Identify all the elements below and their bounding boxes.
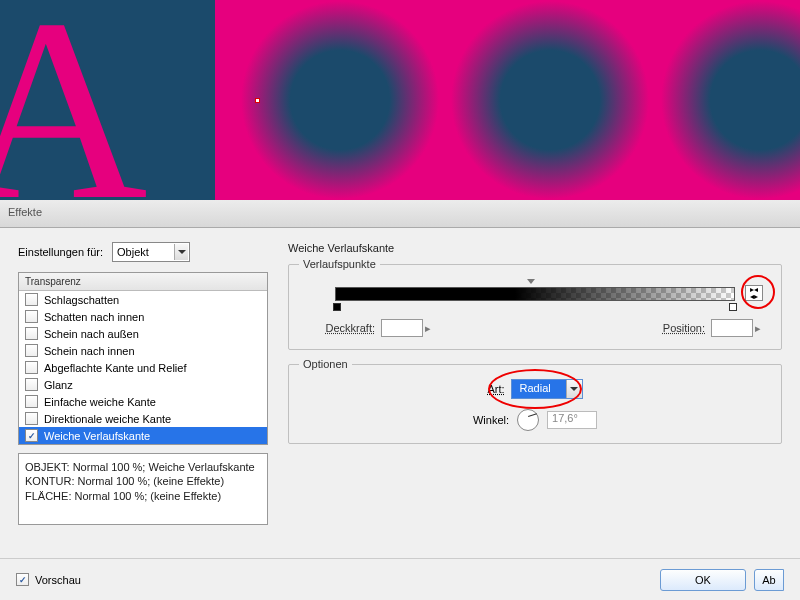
position-label: Position:: [649, 322, 705, 334]
options-legend: Optionen: [299, 358, 352, 370]
gradient-stops-group: Verlaufspunkte ▸◂◂▸ Deckkraft: ▸ Positio…: [288, 264, 782, 350]
stepper-icon[interactable]: ▸: [755, 322, 765, 335]
effect-item-schatten-innen[interactable]: Schatten nach innen: [19, 308, 267, 325]
letter-a-glyph: A: [0, 0, 148, 200]
radial-gradient-circle: [240, 0, 440, 200]
effect-label: Schlagschatten: [44, 294, 119, 306]
summary-line: FLÄCHE: Normal 100 %; (keine Effekte): [25, 489, 261, 503]
checkbox[interactable]: [25, 327, 38, 340]
gradient-midpoint-handle[interactable]: [527, 279, 535, 285]
radial-gradient-circle: [660, 0, 800, 200]
checkbox[interactable]: [25, 361, 38, 374]
opacity-label: Deckkraft:: [305, 322, 375, 334]
blue-background-block: A: [0, 0, 215, 200]
left-column: Einstellungen für: Objekt Transparenz Sc…: [18, 242, 268, 525]
effect-item-direktionale-kante[interactable]: Direktionale weiche Kante: [19, 410, 267, 427]
settings-for-label: Einstellungen für:: [18, 246, 103, 258]
position-input[interactable]: ▸: [711, 319, 765, 337]
settings-for-row: Einstellungen für: Objekt: [18, 242, 268, 262]
summary-line: KONTUR: Normal 100 %; (keine Effekte): [25, 474, 261, 488]
gradient-stop-right[interactable]: [729, 303, 737, 311]
effect-item-einfache-kante[interactable]: Einfache weiche Kante: [19, 393, 267, 410]
chevron-down-icon: [566, 380, 582, 398]
effect-label: Abgeflachte Kante und Relief: [44, 362, 187, 374]
checkbox[interactable]: [25, 429, 38, 442]
effect-item-glanz[interactable]: Glanz: [19, 376, 267, 393]
checkbox[interactable]: [25, 344, 38, 357]
gradient-fields-row: Deckkraft: ▸ Position: ▸: [305, 319, 765, 337]
effect-label: Schein nach innen: [44, 345, 135, 357]
document-canvas: A: [0, 0, 800, 200]
options-group: Optionen Art: Radial Winkel: 17,6°: [288, 364, 782, 444]
effect-summary-box: OBJEKT: Normal 100 %; Weiche Verlaufskan…: [18, 453, 268, 525]
dialog-body: Einstellungen für: Objekt Transparenz Sc…: [0, 228, 800, 539]
position-field[interactable]: [711, 319, 753, 337]
tab-effects[interactable]: Effekte: [8, 206, 42, 218]
panel-title: Weiche Verlaufskante: [288, 242, 782, 254]
selection-handle[interactable]: [255, 98, 260, 103]
effect-item-schlagschatten[interactable]: Schlagschatten: [19, 291, 267, 308]
checkbox[interactable]: [25, 310, 38, 323]
effect-label: Einfache weiche Kante: [44, 396, 156, 408]
checkbox[interactable]: [25, 395, 38, 408]
gradient-legend: Verlaufspunkte: [299, 258, 380, 270]
effects-list-header: Transparenz: [19, 273, 267, 291]
opacity-input[interactable]: ▸: [381, 319, 435, 337]
effect-label: Weiche Verlaufskante: [44, 430, 150, 442]
effect-item-weiche-verlaufskante[interactable]: Weiche Verlaufskante: [19, 427, 267, 444]
angle-row: Winkel: 17,6°: [305, 409, 765, 431]
gradient-track[interactable]: [335, 287, 735, 301]
chevron-down-icon: [174, 244, 188, 260]
dropdown-value: Objekt: [117, 246, 174, 258]
angle-dial[interactable]: [517, 409, 539, 431]
dialog-tab-bar: Effekte: [0, 200, 800, 228]
stepper-icon[interactable]: ▸: [425, 322, 435, 335]
angle-label: Winkel:: [473, 414, 509, 426]
effect-label: Direktionale weiche Kante: [44, 413, 171, 425]
right-column: Weiche Verlaufskante Verlaufspunkte ▸◂◂▸…: [288, 242, 782, 525]
radial-gradient-circle: [450, 0, 650, 200]
settings-for-dropdown[interactable]: Objekt: [112, 242, 190, 262]
opacity-field[interactable]: [381, 319, 423, 337]
art-label: Art:: [487, 383, 504, 395]
effect-label: Schein nach außen: [44, 328, 139, 340]
checkbox[interactable]: [25, 412, 38, 425]
effect-item-abgeflacht[interactable]: Abgeflachte Kante und Relief: [19, 359, 267, 376]
effects-list: Transparenz Schlagschatten Schatten nach…: [18, 272, 268, 445]
checkbox[interactable]: [25, 293, 38, 306]
reverse-gradient-icon[interactable]: ▸◂◂▸: [745, 285, 763, 301]
art-value: Radial: [512, 380, 566, 398]
summary-line: OBJEKT: Normal 100 %; Weiche Verlaufskan…: [25, 460, 261, 474]
effect-label: Glanz: [44, 379, 73, 391]
angle-field[interactable]: 17,6°: [547, 411, 597, 429]
checkbox[interactable]: [25, 378, 38, 391]
effect-item-schein-innen[interactable]: Schein nach innen: [19, 342, 267, 359]
art-row: Art: Radial: [305, 379, 765, 399]
gradient-ramp[interactable]: ▸◂◂▸: [335, 287, 735, 301]
art-dropdown[interactable]: Radial: [511, 379, 583, 399]
effect-label: Schatten nach innen: [44, 311, 144, 323]
effect-item-schein-aussen[interactable]: Schein nach außen: [19, 325, 267, 342]
gradient-stop-left[interactable]: [333, 303, 341, 311]
